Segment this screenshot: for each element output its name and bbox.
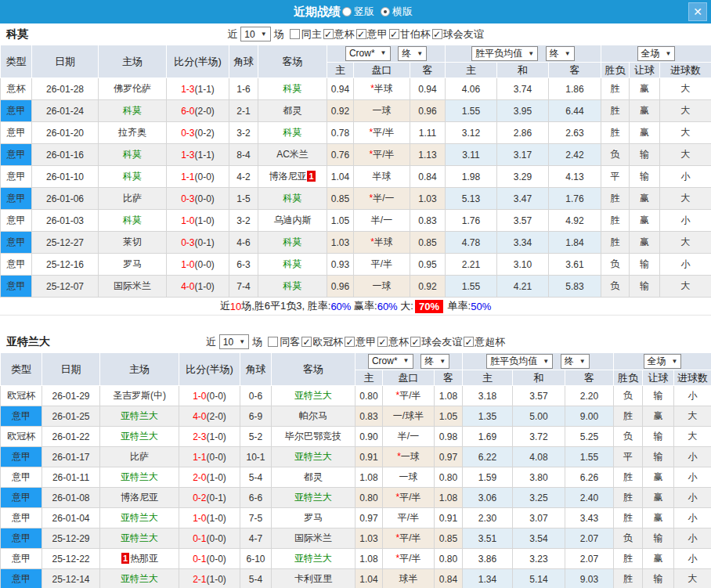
vertical-layout-label[interactable]: 竖版: [354, 5, 374, 19]
match-row: 意甲26-01-24科莫6-0(2-0)2-1都灵0.92一球0.961.553…: [1, 100, 711, 122]
match-row: 意甲25-12-27莱切0-3(0-1)4-6科莫1.03*半球0.854.78…: [1, 232, 711, 254]
col-header-date: 日期: [42, 353, 100, 386]
league-cell: 意甲: [1, 166, 32, 188]
avg-type-dropdown[interactable]: 胜平负均值▼: [471, 46, 538, 61]
avg-away-cell: 2.07: [565, 528, 614, 549]
result-cell: 胜: [601, 232, 630, 254]
odds-home-cell: 0.78: [327, 122, 354, 144]
avg-away-cell: 1.86: [549, 78, 601, 100]
final-odds-dropdown[interactable]: 终▼: [398, 46, 427, 61]
col-header-odds-away: 客: [435, 370, 463, 386]
goals-result-cell: 大: [674, 406, 711, 427]
final-odds-dropdown[interactable]: 终▼: [420, 354, 449, 369]
team-label: 科莫: [283, 83, 302, 94]
team-label: 国际米兰: [294, 532, 332, 543]
avg-home-cell: 1.69: [463, 427, 513, 447]
team-label: 乌迪内斯: [274, 215, 312, 225]
handicap-result-cell: 赢: [643, 467, 674, 488]
recent-count-select[interactable]: 10 ▼: [240, 27, 270, 41]
como-matches-body: 意杯26-01-28佛罗伦萨1-3(1-1)1-6科莫0.94*半球0.944.…: [1, 78, 711, 298]
league-checkbox[interactable]: [410, 337, 420, 347]
league-checkbox[interactable]: [464, 337, 474, 347]
recent-count-value: 10: [223, 337, 233, 348]
bookmaker-dropdown[interactable]: Crow*▼: [345, 46, 391, 61]
league-checkbox[interactable]: [389, 29, 399, 39]
recent-count-select[interactable]: 10 ▼: [219, 334, 249, 349]
league-cell: 意甲: [1, 122, 32, 144]
odds-home-cell: 1.08: [356, 549, 383, 569]
chevron-down-icon: ▼: [261, 31, 267, 38]
odds-away-cell: 0.98: [435, 427, 463, 447]
dialog-title: 近期战绩: [294, 5, 341, 20]
fulltime-score: 1-3: [181, 150, 194, 161]
avg-draw-cell: 4.08: [513, 447, 565, 467]
goals-result-cell: 小: [674, 549, 711, 569]
close-button[interactable]: ✕: [688, 2, 707, 21]
match-row: 意甲26-01-04亚特兰大1-0(1-0)7-5罗马0.97平/半0.912.…: [1, 508, 711, 528]
handicap-cell: *平/半: [383, 488, 435, 508]
match-row: 欧冠杯26-01-22亚特兰大2-3(1-0)5-2毕尔巴鄂竞技0.90半/一0…: [1, 427, 711, 447]
match-row: 欧冠杯26-01-29圣吉罗斯(中)1-0(0-0)0-6亚特兰大0.80*平/…: [1, 386, 711, 406]
vertical-layout-radio[interactable]: [342, 7, 352, 16]
league-checkbox[interactable]: [301, 337, 312, 347]
avg-final-dropdown[interactable]: 终▼: [561, 354, 590, 369]
league-checkbox-label: 意超杯: [475, 335, 505, 349]
match-row: 意甲25-12-14亚特兰大2-1(1-0)5-4卡利亚里1.04球半0.841…: [1, 569, 711, 588]
avg-draw-cell: 3.72: [513, 427, 565, 447]
summary-part: 70%: [415, 300, 443, 313]
team-label: 亚特兰大: [294, 451, 332, 462]
fulltime-dropdown-group: 全场▼: [601, 45, 711, 63]
avg-final-dropdown[interactable]: 终▼: [546, 46, 575, 61]
halftime-score: (1-1): [195, 150, 215, 161]
odds-away-cell: 0.95: [410, 254, 446, 276]
horizontal-layout-label[interactable]: 横版: [392, 5, 413, 19]
team-label: 帕尔马: [299, 410, 327, 421]
col-header-home: 主场: [99, 45, 167, 78]
halftime-score: (0-1): [207, 492, 226, 503]
handicap-cell: *平/半: [383, 386, 435, 406]
league-checkbox[interactable]: [323, 29, 334, 39]
result-cell: 胜: [614, 467, 643, 488]
halftime-score: (0-0): [195, 193, 215, 204]
col-header-type: 类型: [1, 45, 32, 78]
avg-home-cell: 2.21: [446, 254, 497, 276]
bookmaker-dropdown[interactable]: Crow*▼: [368, 354, 413, 369]
odds-away-cell: 0.84: [410, 166, 446, 188]
recent-label: 近: [227, 27, 237, 41]
fulltime-dropdown[interactable]: 全场▼: [637, 46, 676, 61]
col-header-goals: 进球数: [660, 63, 711, 78]
date-cell: 26-01-22: [42, 427, 100, 447]
summary-part: 大:: [398, 299, 413, 313]
league-checkbox[interactable]: [345, 337, 355, 347]
league-checkbox[interactable]: [377, 337, 388, 347]
result-cell: 胜: [614, 508, 643, 528]
date-cell: 26-01-29: [42, 386, 100, 406]
col-header-type: 类型: [1, 353, 42, 386]
chevron-down-icon: ▼: [666, 51, 672, 57]
avg-type-dropdown[interactable]: 胜平负均值▼: [486, 354, 553, 369]
away-team-cell: 科莫: [258, 188, 327, 210]
col-header-handicap-result: 让球: [630, 63, 660, 78]
league-checkbox-label: 意杯: [334, 27, 355, 41]
match-row: 意甲26-01-20拉齐奥0-3(0-2)3-2科莫0.78*平/半1.113.…: [1, 122, 711, 144]
corner-cell: 8-4: [229, 144, 258, 166]
horizontal-layout-radio[interactable]: [381, 7, 390, 16]
avg-draw-cell: 5.14: [513, 569, 565, 588]
league-checkbox[interactable]: [356, 29, 366, 39]
same-away-checkbox[interactable]: [268, 337, 278, 347]
goals-result-cell: 大: [660, 100, 711, 122]
col-header-handicap: 盘口: [354, 63, 410, 78]
match-row: 意甲26-01-25亚特兰大4-0(2-0)6-9帕尔马0.83一/球半1.05…: [1, 406, 711, 427]
team-label: 亚特兰大: [121, 512, 158, 523]
score-cell: 0-3(0-0): [167, 188, 229, 210]
date-cell: 26-01-11: [42, 467, 100, 488]
recent-label: 近: [206, 335, 216, 349]
result-cell: 负: [614, 386, 643, 406]
league-checkbox[interactable]: [432, 29, 442, 39]
summary-part: 单率:: [445, 299, 471, 313]
como-filter-bar: 科莫 近 10 ▼ 场 同主 意杯意甲甘伯杯球会友谊: [0, 23, 711, 45]
same-home-checkbox[interactable]: [290, 29, 300, 39]
star-mark: *: [395, 553, 399, 564]
fulltime-dropdown[interactable]: 全场▼: [644, 354, 682, 369]
handicap-cell: *平/半: [354, 122, 410, 144]
